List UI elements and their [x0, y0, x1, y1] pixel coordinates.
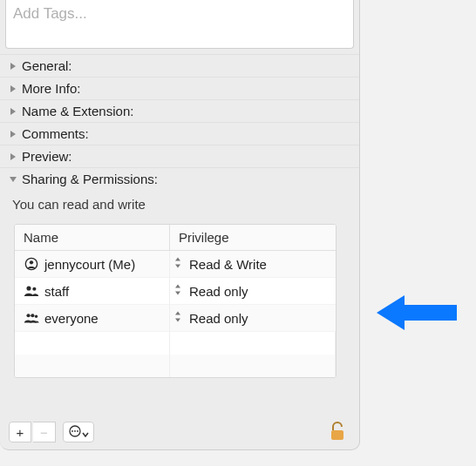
arrow-left-icon: [373, 292, 460, 336]
section-name-extension[interactable]: Name & Extension:: [0, 99, 359, 122]
section-label: Comments:: [22, 126, 89, 141]
svg-rect-11: [331, 430, 343, 440]
chevron-right-icon: [8, 61, 18, 71]
svg-point-9: [74, 430, 76, 432]
permissions-toolbar: + −: [9, 422, 94, 442]
section-label: Preview:: [22, 149, 72, 164]
svg-point-8: [71, 430, 73, 432]
section-label: More Info:: [22, 81, 81, 96]
plus-icon: +: [17, 425, 24, 440]
permissions-status: You can read and write: [9, 197, 350, 212]
tags-placeholder: Add Tags...: [13, 5, 87, 23]
section-comments[interactable]: Comments:: [0, 122, 359, 145]
empty-row: [15, 355, 336, 377]
privilege-cell[interactable]: Read only: [170, 305, 336, 331]
user-name: staff: [44, 284, 69, 299]
svg-point-5: [31, 314, 34, 317]
privilege-cell[interactable]: Read & Write: [170, 251, 336, 277]
stepper-icon: [174, 257, 181, 272]
column-header-privilege[interactable]: Privilege: [170, 225, 336, 250]
user-name: jennycourt (Me): [44, 257, 135, 272]
section-label: Name & Extension:: [22, 104, 133, 118]
section-preview[interactable]: Preview:: [0, 145, 359, 167]
chevron-right-icon: [8, 106, 18, 117]
privilege-value: Read only: [189, 311, 248, 326]
tags-input[interactable]: Add Tags...: [5, 0, 354, 49]
section-label: General:: [22, 58, 72, 73]
stepper-icon: [174, 284, 181, 299]
chevron-right-icon: [8, 129, 18, 139]
lock-icon[interactable]: [330, 422, 347, 442]
chevron-right-icon: [8, 152, 18, 162]
stepper-icon: [174, 311, 181, 326]
chevron-down-icon: [82, 425, 89, 440]
privilege-value: Read only: [189, 284, 248, 299]
section-sharing-permissions[interactable]: Sharing & Permissions:: [0, 167, 359, 190]
column-header-name[interactable]: Name: [15, 225, 170, 250]
chevron-right-icon: [8, 84, 18, 94]
section-label: Sharing & Permissions:: [22, 172, 158, 186]
ellipsis-circle-icon: [69, 425, 81, 440]
column-header-label: Privilege: [179, 230, 229, 245]
svg-point-10: [77, 430, 78, 432]
name-cell: jennycourt (Me): [15, 251, 170, 277]
empty-row: [15, 332, 336, 355]
svg-point-6: [35, 315, 37, 318]
action-menu-button[interactable]: [63, 422, 94, 442]
table-row[interactable]: staff Read only: [15, 278, 336, 305]
svg-point-2: [26, 286, 31, 290]
remove-button[interactable]: −: [33, 422, 56, 442]
table-row[interactable]: jennycourt (Me) Read & Write: [15, 251, 336, 278]
minus-icon: −: [40, 425, 48, 440]
privilege-cell[interactable]: Read only: [170, 278, 336, 304]
user-icon: [24, 256, 39, 272]
group-icon: [24, 283, 39, 299]
svg-point-3: [32, 287, 36, 291]
chevron-down-icon: [8, 174, 18, 185]
permissions-table: Name Privilege jennycourt (Me): [14, 224, 337, 378]
table-row[interactable]: everyone Read only: [15, 305, 336, 332]
table-header-row: Name Privilege: [15, 225, 336, 251]
section-more-info[interactable]: More Info:: [0, 77, 359, 99]
group-icon: [24, 310, 39, 326]
name-cell: everyone: [15, 305, 170, 331]
column-header-label: Name: [24, 230, 58, 245]
user-name: everyone: [44, 311, 99, 326]
permissions-body: You can read and write Name Privilege je…: [0, 190, 359, 378]
svg-point-4: [26, 314, 30, 317]
name-cell: staff: [15, 278, 170, 304]
privilege-value: Read & Write: [189, 257, 267, 272]
section-general[interactable]: General:: [0, 54, 359, 77]
add-button[interactable]: +: [9, 422, 31, 442]
svg-point-1: [30, 260, 33, 264]
info-panel: Add Tags... General: More Info: Name & E…: [0, 0, 360, 450]
